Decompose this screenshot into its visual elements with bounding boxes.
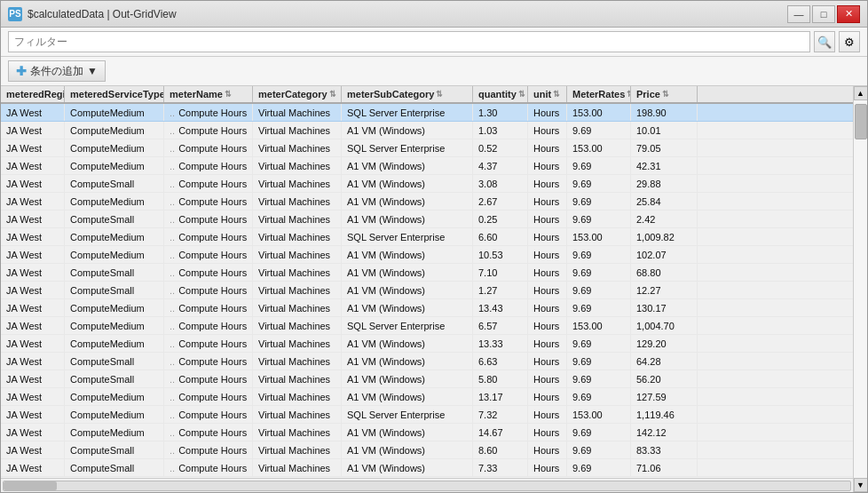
cell-meterSubCategory: A1 VM (Windows) — [342, 388, 473, 405]
table-row[interactable]: JA WestComputeSmall..Compute HoursVirtua… — [1, 264, 853, 282]
search-button[interactable]: 🔍 — [814, 31, 835, 52]
h-scroll-thumb[interactable] — [4, 481, 57, 490]
cell-unit: Hours — [528, 228, 567, 245]
maximize-button[interactable]: □ — [812, 5, 835, 23]
meter-name-value: Compute Hours — [178, 179, 247, 189]
table-row[interactable]: JA WestComputeSmall..Compute HoursVirtua… — [1, 353, 853, 370]
table-row[interactable]: JA WestComputeMedium..Compute HoursVirtu… — [1, 246, 853, 264]
col-label-meteredRegion: meteredRegion — [6, 89, 65, 99]
cell-meteredRegion: JA West — [1, 441, 65, 458]
h-scroll-track[interactable] — [3, 481, 851, 491]
app-icon: PS — [8, 7, 22, 21]
table-row[interactable]: JA WestComputeSmall..Compute HoursVirtua… — [1, 175, 853, 193]
cell-meteredRegion: JA West — [1, 406, 65, 423]
cell-meterCategory: Virtual Machines — [253, 228, 342, 245]
cell-price: 1,009.82 — [631, 228, 698, 245]
table-row[interactable]: JA WestComputeMedium..Compute HoursVirtu… — [1, 122, 853, 139]
cell-meterName: ..Compute Hours — [164, 157, 253, 174]
table-row[interactable]: JA WestComputeMedium..Compute HoursVirtu… — [1, 388, 853, 406]
cell-quantity: 1.03 — [473, 122, 528, 139]
table-row[interactable]: JA WestComputeMedium..Compute HoursVirtu… — [1, 406, 853, 424]
dropdown-icon: ▼ — [87, 65, 98, 77]
table-row[interactable]: JA WestComputeSmall..Compute HoursVirtua… — [1, 370, 853, 388]
col-header-meteredServiceType[interactable]: meteredServiceType ⇅ — [65, 86, 164, 102]
cell-meteredServiceType: ComputeSmall — [65, 353, 164, 370]
cell-meterRates: 9.69 — [567, 282, 631, 298]
close-button[interactable]: ✕ — [837, 5, 860, 23]
table-row[interactable]: JA WestComputeMedium..Compute HoursVirtu… — [1, 317, 853, 335]
cell-quantity: 13.33 — [473, 335, 528, 352]
metered-name-dots: .. — [170, 232, 175, 243]
col-header-meteredRegion[interactable]: meteredRegion ⇅ — [1, 86, 65, 102]
horizontal-scrollbar[interactable] — [1, 478, 853, 492]
grid-area: meteredRegion ⇅meteredServiceType ⇅meter… — [1, 86, 867, 492]
table-row[interactable]: JA WestComputeMedium..Compute HoursVirtu… — [1, 335, 853, 353]
scroll-up-button[interactable]: ▲ — [854, 86, 868, 100]
col-header-meterSubCategory[interactable]: meterSubCategory ⇅ — [342, 86, 473, 102]
cell-meteredServiceType: ComputeMedium — [65, 104, 164, 121]
table-row[interactable]: JA WestComputeSmall..Compute HoursVirtua… — [1, 211, 853, 228]
table-row[interactable]: JA WestComputeMedium..Compute HoursVirtu… — [1, 193, 853, 211]
cell-meterSubCategory: A1 VM (Windows) — [342, 282, 473, 298]
cell-price: 127.59 — [631, 388, 698, 405]
cell-unit: Hours — [528, 211, 567, 227]
cell-price: 79.05 — [631, 139, 698, 156]
cell-meterName: ..Compute Hours — [164, 104, 253, 121]
metered-name-dots: .. — [170, 463, 175, 473]
vertical-scrollbar[interactable]: ▲ ▼ — [853, 86, 867, 492]
cell-meterName: ..Compute Hours — [164, 264, 253, 281]
cell-meteredRegion: JA West — [1, 157, 65, 174]
v-scroll-track[interactable] — [854, 100, 867, 478]
metered-name-dots: .. — [170, 143, 175, 154]
table-row[interactable]: JA WestComputeMedium..Compute HoursVirtu… — [1, 139, 853, 157]
col-header-quantity[interactable]: quantity ⇅ — [473, 86, 528, 102]
col-header-price[interactable]: Price ⇅ — [631, 86, 698, 102]
meter-name-value: Compute Hours — [178, 250, 247, 260]
cell-meterCategory: Virtual Machines — [253, 406, 342, 423]
cell-meterCategory: Virtual Machines — [253, 441, 342, 458]
add-condition-button[interactable]: ✚ 条件の追加 ▼ — [8, 60, 106, 82]
col-label-meterRates: MeterRates — [572, 89, 625, 99]
col-header-meterName[interactable]: meterName ⇅ — [164, 86, 253, 102]
cell-quantity: 1.27 — [473, 282, 528, 298]
cell-quantity: 1.30 — [473, 104, 528, 121]
cell-meteredRegion: JA West — [1, 282, 65, 298]
grid-body[interactable]: JA WestComputeMedium..Compute HoursVirtu… — [1, 104, 853, 478]
table-row[interactable]: JA WestComputeMedium..Compute HoursVirtu… — [1, 104, 853, 122]
cell-quantity: 2.67 — [473, 193, 528, 210]
metered-name-dots: .. — [170, 303, 175, 314]
cell-meterSubCategory: A1 VM (Windows) — [342, 211, 473, 227]
cell-quantity: 4.37 — [473, 157, 528, 174]
table-row[interactable]: JA WestComputeMedium..Compute HoursVirtu… — [1, 157, 853, 175]
metered-name-dots: .. — [170, 125, 175, 136]
cell-meteredRegion: JA West — [1, 104, 65, 121]
cell-price: 129.20 — [631, 335, 698, 352]
options-button[interactable]: ⚙ — [839, 31, 860, 52]
cell-meterRates: 9.69 — [567, 388, 631, 405]
table-row[interactable]: JA WestComputeMedium..Compute HoursVirtu… — [1, 424, 853, 441]
cell-price: 2.42 — [631, 211, 698, 227]
sort-icon-meterName: ⇅ — [225, 90, 232, 99]
col-header-meterRates[interactable]: MeterRates ⇅ — [567, 86, 631, 102]
col-header-meterCategory[interactable]: meterCategory ⇅ — [253, 86, 342, 102]
v-scroll-thumb[interactable] — [855, 104, 867, 139]
table-row[interactable]: JA WestComputeMedium..Compute HoursVirtu… — [1, 299, 853, 317]
table-row[interactable]: JA WestComputeSmall..Compute HoursVirtua… — [1, 441, 853, 459]
scroll-down-button[interactable]: ▼ — [854, 478, 868, 492]
cell-meterSubCategory: A1 VM (Windows) — [342, 441, 473, 458]
cell-meterRates: 9.69 — [567, 264, 631, 281]
table-row[interactable]: JA WestComputeSmall..Compute HoursVirtua… — [1, 459, 853, 477]
table-row[interactable]: JA WestComputeSmall..Compute HoursVirtua… — [1, 282, 853, 299]
cell-price: 42.31 — [631, 157, 698, 174]
cell-meterName: ..Compute Hours — [164, 193, 253, 210]
table-row[interactable]: JA WestComputeMedium..Compute HoursVirtu… — [1, 228, 853, 246]
cell-meteredServiceType: ComputeMedium — [65, 299, 164, 316]
cell-price: 198.90 — [631, 104, 698, 121]
minimize-button[interactable]: — — [787, 5, 810, 23]
search-input[interactable] — [8, 31, 810, 52]
meter-name-value: Compute Hours — [178, 214, 247, 225]
cell-meterRates: 9.69 — [567, 459, 631, 476]
cell-meteredRegion: JA West — [1, 370, 65, 387]
cell-quantity: 6.63 — [473, 353, 528, 370]
col-header-unit[interactable]: unit ⇅ — [528, 86, 567, 102]
